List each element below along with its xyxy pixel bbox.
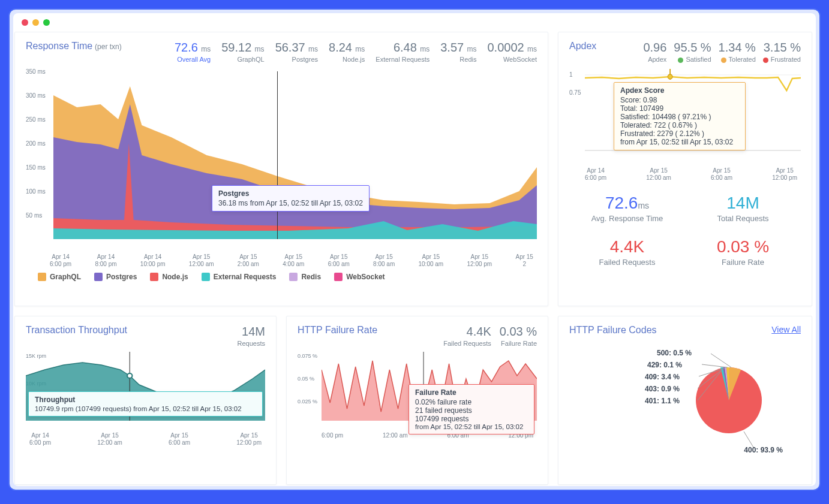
kpi-rate: 0.03 % Failure Rate <box>685 237 801 267</box>
kpi-avg-rt: 72.6ms Avg. Response Time <box>569 194 685 223</box>
tooltip-body: 36.18 ms from Apr 15, 02:52 till Apr 15,… <box>218 199 363 207</box>
panel-title: Transaction Throughput <box>26 325 127 347</box>
panel-response-time: Response Time (per txn) 72.6 msOverall A… <box>14 32 548 306</box>
legend-item-node.js[interactable]: Node.js <box>150 273 188 281</box>
pie-label-401: 401: 1.1 % <box>645 397 680 405</box>
panel-failure-rate: HTTP Failure Rate 4.4KFailed Requests 0.… <box>286 316 548 485</box>
svg-line-12 <box>702 364 728 367</box>
pie-label-409: 409: 3.4 % <box>645 373 680 381</box>
panel-failure-codes: HTTP Failure Codes View All <box>558 316 812 485</box>
stat-overall-avg: 72.6 msOverall Avg <box>175 41 211 63</box>
minimize-icon[interactable] <box>32 19 39 26</box>
panel-title: HTTP Failure Rate <box>298 325 377 347</box>
stat-websocket: 0.0002 msWebSocket <box>487 41 537 63</box>
svg-point-4 <box>668 74 672 79</box>
chart-failure-rate[interactable]: 0.075 % 0.05 % 0.025 % Failure Rate 0.02… <box>298 352 537 430</box>
chart-failure-codes[interactable]: 500: 0.5 % 429: 0.1 % 409: 3.4 % 403: 0.… <box>569 340 801 460</box>
pie-label-429: 429: 0.1 % <box>647 361 682 369</box>
legend: GraphQLPostgresNode.jsExternal RequestsR… <box>26 268 537 281</box>
stat-external-requests: 6.48 msExternal Requests <box>376 41 429 63</box>
tooltip-failure: Failure Rate 0.02% failure rate 21 faile… <box>409 384 534 434</box>
tooltip-throughput: Throughput 10749.9 rpm (107499 requests)… <box>28 391 263 417</box>
panel-throughput: Transaction Throughput 14M Requests 15K … <box>14 316 277 485</box>
legend-item-websocket[interactable]: WebSocket <box>334 273 385 281</box>
browser-frame: Response Time (per txn) 72.6 msOverall A… <box>8 8 821 491</box>
chart-throughput[interactable]: 15K rpm 10K rpm Throughput 10749.9 rpm (… <box>26 352 265 430</box>
browser-titlebar <box>13 13 816 31</box>
panel-subtitle: (per txn) <box>95 43 122 51</box>
kpi-failed: 4.4K Failed Requests <box>569 237 685 267</box>
svg-line-11 <box>711 354 731 367</box>
tooltip-title: Postgres <box>218 189 363 198</box>
stat-graphql: 59.12 msGraphQL <box>221 41 264 63</box>
dashboard: Response Time (per txn) 72.6 msOverall A… <box>13 31 816 486</box>
legend-item-redis[interactable]: Redis <box>289 273 321 281</box>
legend-item-external-requests[interactable]: External Requests <box>202 273 277 281</box>
kpi-total: 14M Total Requests <box>685 194 801 223</box>
pie-label-403: 403: 0.9 % <box>645 385 680 393</box>
stat-redis: 3.57 msRedis <box>440 41 476 63</box>
tooltip-postgres: Postgres 36.18 ms from Apr 15, 02:52 til… <box>212 185 370 212</box>
pie-label-500: 500: 0.5 % <box>657 349 692 357</box>
chart-response-time[interactable]: 350 ms300 ms250 ms200 ms150 ms100 ms50 m… <box>26 71 537 251</box>
stat-postgres: 56.37 msPostgres <box>275 41 318 63</box>
stat-tolerated: 1.34 %Tolerated <box>719 41 756 63</box>
panel-apdex: Apdex 0.96Apdex95.5 %Satisfied1.34 %Tole… <box>558 32 812 306</box>
maximize-icon[interactable] <box>43 19 50 26</box>
svg-point-7 <box>127 373 132 378</box>
tooltip-apdex: Apdex Score Score: 0.98 Total: 107499 Sa… <box>614 82 746 150</box>
panel-title: Apdex <box>569 41 596 52</box>
legend-item-postgres[interactable]: Postgres <box>94 273 137 281</box>
stat-frustrated: 3.15 %Frustrated <box>763 41 801 63</box>
traffic-lights <box>22 19 807 26</box>
view-all-link[interactable]: View All <box>771 325 801 334</box>
legend-item-graphql[interactable]: GraphQL <box>38 273 81 281</box>
stat-satisfied: 95.5 %Satisfied <box>674 41 711 63</box>
panel-title: Response Time <box>26 41 92 51</box>
panel-title: HTTP Failure Codes <box>569 325 657 335</box>
close-icon[interactable] <box>22 19 28 26</box>
chart-apdex[interactable]: 1 0.75 Apdex Score Score: 0.98 Total: 10… <box>569 69 801 165</box>
stat-node.js: 8.24 msNode.js <box>329 41 365 63</box>
stat-apdex: 0.96Apdex <box>634 41 666 63</box>
pie-label-400: 400: 93.9 % <box>744 446 783 454</box>
